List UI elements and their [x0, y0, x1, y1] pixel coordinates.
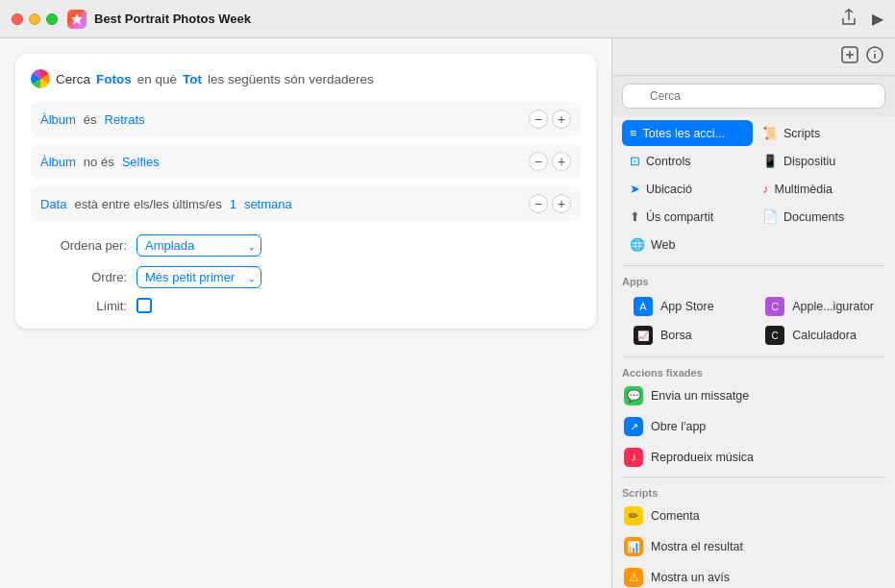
borsa-label: Borsa [660, 329, 692, 342]
search-input[interactable] [622, 84, 885, 109]
filter-field-2[interactable]: Àlbum [40, 155, 76, 169]
remove-row-1-button[interactable]: − [529, 110, 548, 129]
filter-row-1: Àlbum és Retrats − + [31, 102, 581, 136]
connector-label: en què [137, 72, 177, 86]
right-panel-header [612, 38, 895, 76]
play-music-icon: ♪ [624, 448, 643, 467]
show-notice-icon: ⚠ [624, 568, 643, 587]
divider-3 [622, 477, 885, 478]
sidebar-item-all-actions[interactable]: ≡ Totes les acci... [622, 120, 753, 146]
device-icon: 📱 [762, 154, 778, 168]
play-music-label: Reprodueix música [651, 451, 754, 464]
main-content: Cerca Fotos en què Tot les següents són … [0, 38, 895, 588]
app-item-calculadora[interactable]: C Calculadora [754, 322, 885, 349]
all-actions-icon: ≡ [630, 126, 637, 140]
multimedia-label: Multimèdia [775, 183, 833, 196]
fixed-actions-section-label: Accions fixades [612, 361, 895, 380]
sidebar-item-scripts[interactable]: 📜 Scripts [755, 120, 885, 146]
app-icon [67, 10, 87, 29]
filter-field-1[interactable]: Àlbum [40, 112, 76, 127]
filter-row-2: Àlbum no és Selfies − + [31, 144, 581, 179]
maximize-button[interactable] [46, 13, 58, 25]
titlebar-actions: ▶ [841, 9, 883, 30]
sidebar-item-location[interactable]: ➤ Ubicació [622, 176, 753, 202]
remove-row-3-button[interactable]: − [529, 194, 548, 213]
action-open-app[interactable]: ↗ Obre l'app [612, 411, 895, 442]
left-panel: Cerca Fotos en què Tot les següents són … [0, 38, 611, 588]
row-btns-1: − + [529, 110, 571, 129]
sidebar-item-web[interactable]: 🌐 Web [622, 232, 753, 257]
scripts-list: ✏ Comenta 📊 Mostra el resultat ⚠ Mostra … [612, 501, 895, 588]
borsa-icon: 📈 [634, 326, 653, 345]
action-send-message[interactable]: 💬 Envia un missatge [612, 380, 895, 411]
sort-direction-wrapper: Més petit primer [137, 266, 261, 288]
sort-order-select[interactable]: Amplada [137, 234, 261, 257]
sort-direction-row: Ordre: Més petit primer [50, 266, 581, 288]
filter-number-3[interactable]: 1 [230, 197, 236, 211]
divider-1 [622, 265, 885, 266]
all-actions-label: Totes les acci... [643, 127, 725, 140]
row-btns-2: − + [529, 152, 571, 171]
search-bar: 🔍 [612, 76, 895, 116]
limit-checkbox[interactable] [137, 298, 152, 313]
calculadora-icon: C [765, 326, 784, 345]
sharing-label: Ús compartit [646, 210, 713, 224]
scripts-label: Scripts [783, 127, 820, 140]
action-comment[interactable]: ✏ Comenta [612, 501, 895, 531]
scripts-section-label: Scripts [612, 481, 895, 501]
controls-label: Controls [646, 155, 691, 168]
add-action-icon[interactable] [841, 46, 858, 67]
comment-icon: ✏ [624, 506, 643, 526]
sidebar-item-sharing[interactable]: ⬆ Ús compartit [622, 204, 753, 230]
add-row-1-button[interactable]: + [552, 110, 571, 129]
condition-selector[interactable]: Tot [183, 72, 202, 86]
location-label: Ubicació [646, 183, 692, 196]
share-icon[interactable] [841, 9, 857, 30]
documents-label: Documents [783, 210, 844, 224]
sidebar-item-documents[interactable]: 📄 Documents [755, 204, 885, 230]
filter-value-2[interactable]: Selfies [122, 155, 160, 169]
show-notice-label: Mostra un avís [651, 571, 730, 584]
search-label: Cerca [56, 72, 90, 86]
app-store-label: App Store [660, 300, 714, 313]
filter-value-1[interactable]: Retrats [105, 112, 145, 127]
filter-unit-3[interactable]: setmana [244, 197, 292, 211]
app-item-apple-igurator[interactable]: C Apple...igurator [754, 293, 885, 320]
traffic-lights [12, 13, 58, 25]
sort-direction-select[interactable]: Més petit primer [137, 266, 261, 288]
web-label: Web [651, 238, 675, 252]
web-icon: 🌐 [630, 237, 645, 252]
add-row-2-button[interactable]: + [552, 152, 571, 171]
remove-row-2-button[interactable]: − [529, 152, 548, 171]
sidebar-item-device[interactable]: 📱 Dispositiu [755, 148, 885, 174]
filter-header: Cerca Fotos en què Tot les següents són … [31, 69, 581, 88]
sort-options: Ordena per: Amplada Ordre: Més petit pri… [31, 234, 581, 313]
right-panel: 🔍 ≡ Totes les acci... 📜 Scripts ⊡ [611, 38, 895, 588]
action-play-music[interactable]: ♪ Reprodueix música [612, 442, 895, 473]
limit-label: Límit: [50, 299, 127, 313]
action-show-result[interactable]: 📊 Mostra el resultat [612, 531, 895, 562]
add-row-3-button[interactable]: + [552, 194, 571, 213]
app-selector[interactable]: Fotos [96, 72, 132, 86]
multimedia-icon: ♪ [762, 182, 769, 196]
sort-order-wrapper: Amplada [137, 234, 261, 257]
sidebar-item-multimedia[interactable]: ♪ Multimèdia [755, 176, 885, 202]
filter-field-3[interactable]: Data [40, 197, 66, 211]
app-store-icon: A [634, 297, 653, 316]
send-message-icon: 💬 [624, 386, 643, 405]
documents-icon: 📄 [762, 209, 778, 224]
app-item-app-store[interactable]: A App Store [622, 293, 752, 320]
sort-order-row: Ordena per: Amplada [50, 234, 581, 257]
close-button[interactable] [12, 13, 23, 25]
apps-grid: A App Store C Apple...igurator 📈 Borsa C… [612, 289, 895, 353]
filter-row-3: Data està entre els/les últims/es 1 setm… [31, 186, 581, 221]
sidebar-item-controls[interactable]: ⊡ Controls [622, 148, 753, 174]
controls-icon: ⊡ [630, 154, 640, 168]
minimize-button[interactable] [29, 13, 40, 25]
action-show-notice[interactable]: ⚠ Mostra un avís [612, 562, 895, 588]
app-item-borsa[interactable]: 📈 Borsa [622, 322, 752, 349]
play-icon[interactable]: ▶ [872, 10, 883, 28]
location-icon: ➤ [630, 182, 640, 196]
category-grid: ≡ Totes les acci... 📜 Scripts ⊡ Controls… [612, 116, 895, 261]
info-icon[interactable] [866, 46, 883, 67]
